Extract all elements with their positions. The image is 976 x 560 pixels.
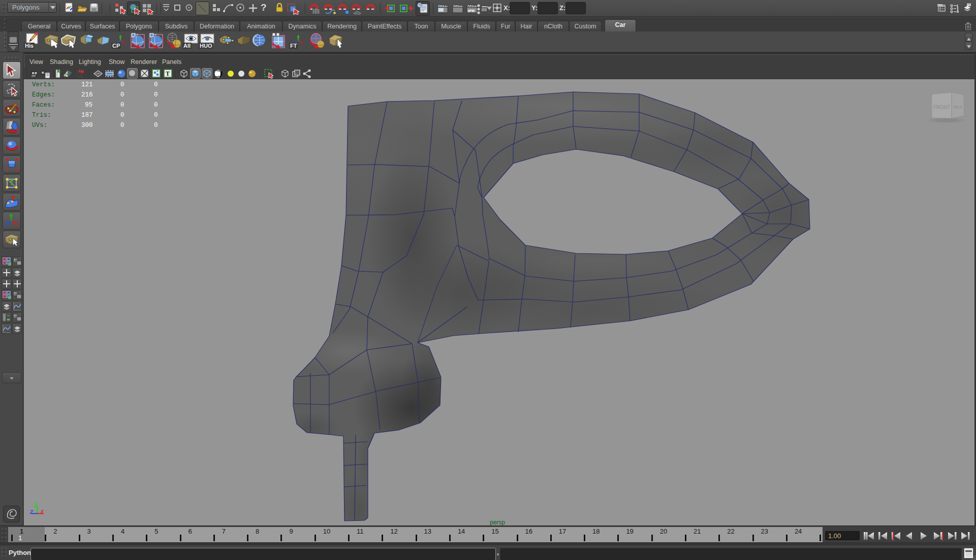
- svg-text:RIGHT: RIGHT: [953, 105, 963, 110]
- svg-text:z: z: [29, 508, 33, 515]
- svg-text:T: T: [166, 70, 170, 77]
- svg-text:x: x: [40, 508, 44, 515]
- svg-text:IPR: IPR: [468, 9, 475, 13]
- svg-text:y: y: [34, 501, 38, 508]
- svg-text:FRONT: FRONT: [933, 105, 950, 110]
